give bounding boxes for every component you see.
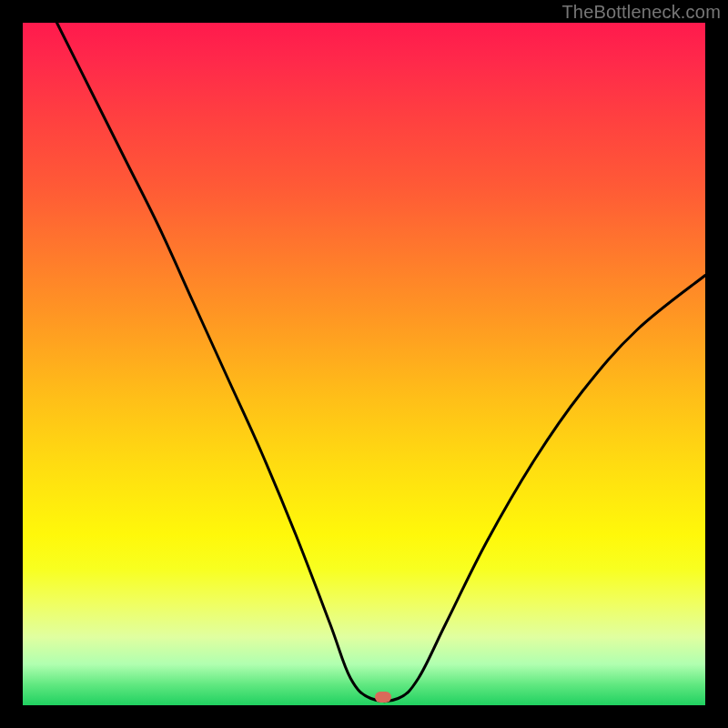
- bottleneck-curve: [23, 23, 705, 705]
- optimum-marker: [375, 692, 391, 703]
- chart-frame: TheBottleneck.com: [0, 0, 728, 728]
- watermark-text: TheBottleneck.com: [561, 2, 721, 23]
- plot-area: [23, 23, 705, 705]
